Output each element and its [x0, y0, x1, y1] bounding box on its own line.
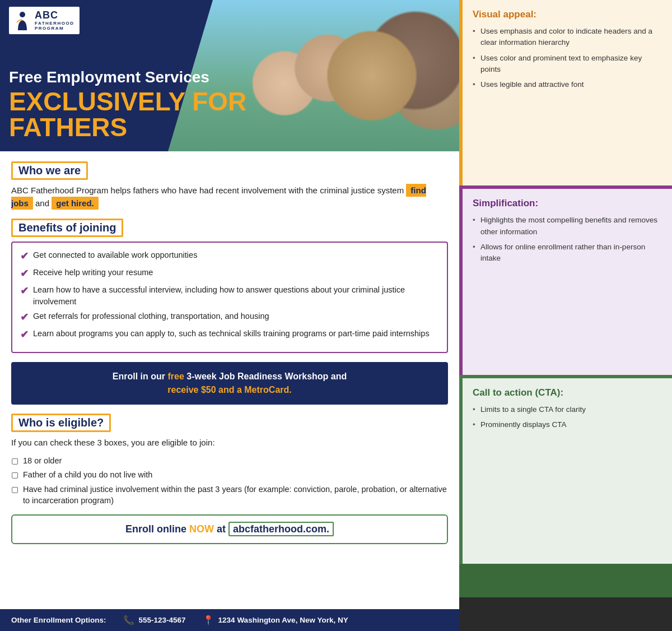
logo-program: PROGRAM: [35, 26, 74, 31]
header-line2: EXCLUSIVELY FOR: [9, 89, 246, 114]
who-we-are-text-before: ABC Fatherhood Program helps fathers who…: [11, 185, 404, 195]
benefit-item-5: ✔ Learn about programs you can apply to,…: [20, 328, 439, 342]
visual-appeal-title: Visual appeal:: [473, 9, 662, 20]
benefit-icon-2: ✔: [20, 267, 29, 281]
sidebar-dark-bottom: [459, 564, 672, 631]
cta-bullet-2: Prominently displays CTA: [473, 419, 662, 430]
simplification-bullet-2: Allows for online enrollment rather than…: [473, 242, 662, 265]
checkbox-icon-1: ▢: [11, 456, 18, 467]
eligible-text-3: Have had criminal justice involvement wi…: [23, 484, 448, 507]
benefit-text-1: Get connected to available work opportun…: [33, 249, 197, 261]
footer-bar: Other Enrollment Options: 📞 555-123-4567…: [0, 609, 459, 631]
eligible-heading: Who is eligible?: [11, 414, 111, 432]
benefits-section: ✔ Get connected to available work opport…: [11, 242, 448, 353]
footer-label: Other Enrollment Options:: [11, 616, 106, 624]
enroll-online-text1: Enroll online: [125, 523, 186, 535]
benefit-text-2: Receive help writing your resume: [33, 267, 153, 278]
sidebar: Visual appeal: Uses emphasis and color t…: [459, 0, 672, 631]
benefit-icon-1: ✔: [20, 249, 29, 263]
visual-bullet-2: Uses color and prominent text to emphasi…: [473, 53, 662, 76]
enroll-online-box: Enroll online NOW at abcfatherhood.com.: [11, 514, 448, 544]
logo-abc: ABC: [35, 10, 74, 21]
enroll-free: free: [167, 372, 184, 381]
get-hired-highlight: get hired.: [52, 197, 99, 210]
benefits-heading: Benefits of joining: [11, 219, 123, 237]
footer-phone-item: 📞 555-123-4567: [123, 615, 186, 625]
footer-phone: 555-123-4567: [139, 616, 186, 624]
header-line1: Free Employment Services: [9, 68, 246, 86]
benefit-text-4: Get referrals for professional clothing,…: [33, 310, 269, 322]
benefit-text-3: Learn how to have a successful interview…: [33, 284, 439, 307]
who-we-are-heading: Who we are: [11, 161, 88, 180]
eligible-intro: If you can check these 3 boxes, you are …: [11, 437, 448, 449]
sidebar-green-bottom: [459, 564, 672, 597]
eligible-item-2: ▢ Father of a child you do not live with: [11, 469, 448, 481]
header-area: ABC FATHERHOOD PROGRAM Free Employment S…: [0, 0, 459, 151]
visual-bullet-1: Uses emphasis and color to indicate head…: [473, 26, 662, 49]
simplification-title: Simplification:: [473, 198, 662, 209]
enroll-now: NOW: [189, 523, 214, 535]
enroll-text2: 3-week Job Readiness Workshop and: [186, 372, 347, 381]
cta-title: Call to action (CTA):: [473, 387, 662, 398]
logo-icon: [15, 11, 30, 31]
visual-bullet-3: Uses legible and attractive font: [473, 79, 662, 90]
who-we-are-text: ABC Fatherhood Program helps fathers who…: [11, 184, 448, 210]
benefit-text-5: Learn about programs you can apply to, s…: [33, 328, 430, 339]
location-icon: 📍: [203, 615, 214, 625]
benefit-icon-3: ✔: [20, 284, 29, 298]
sidebar-simplification: Simplification: Highlights the most comp…: [459, 189, 672, 374]
enroll-banner: Enroll in our free 3-week Job Readiness …: [11, 362, 448, 405]
checkbox-icon-2: ▢: [11, 470, 18, 481]
benefit-icon-5: ✔: [20, 328, 29, 342]
simplification-bullet-1: Highlights the most compelling benefits …: [473, 215, 662, 238]
body-content: Who we are ABC Fatherhood Program helps …: [0, 151, 459, 609]
svg-point-0: [20, 12, 25, 17]
benefit-item-1: ✔ Get connected to available work opport…: [20, 249, 439, 263]
header-text: Free Employment Services EXCLUSIVELY FOR…: [9, 68, 246, 140]
eligible-item-1: ▢ 18 or older: [11, 455, 448, 467]
phone-icon: 📞: [123, 615, 134, 625]
enroll-online-text2: at: [217, 523, 226, 535]
benefit-icon-4: ✔: [20, 310, 29, 324]
footer-address-item: 📍 1234 Washington Ave, New York, NY: [203, 615, 348, 625]
logo-text: ABC FATHERHOOD PROGRAM: [35, 10, 74, 31]
cta-bullet-1: Limits to a single CTA for clarity: [473, 404, 662, 415]
eligible-text-2: Father of a child you do not live with: [23, 469, 152, 480]
main-content: ABC FATHERHOOD PROGRAM Free Employment S…: [0, 0, 459, 631]
sidebar-cta: Call to action (CTA): Limits to a single…: [459, 378, 672, 564]
benefit-item-4: ✔ Get referrals for professional clothin…: [20, 310, 439, 324]
header-line3: FATHERS: [9, 114, 246, 140]
who-we-are-and: and: [35, 198, 52, 208]
logo-area: ABC FATHERHOOD PROGRAM: [9, 7, 80, 34]
eligible-item-3: ▢ Have had criminal justice involvement …: [11, 484, 448, 507]
checkbox-icon-3: ▢: [11, 484, 18, 495]
benefit-item-3: ✔ Learn how to have a successful intervi…: [20, 284, 439, 307]
enroll-text1: Enroll in our: [113, 372, 165, 381]
enroll-url[interactable]: abcfatherhood.com.: [228, 522, 334, 536]
sidebar-visual-appeal: Visual appeal: Uses emphasis and color t…: [459, 0, 672, 185]
benefit-item-2: ✔ Receive help writing your resume: [20, 267, 439, 281]
eligible-text-1: 18 or older: [23, 455, 62, 466]
enroll-text3: receive $50 and a MetroCard.: [167, 385, 291, 395]
footer-address: 1234 Washington Ave, New York, NY: [218, 616, 348, 624]
